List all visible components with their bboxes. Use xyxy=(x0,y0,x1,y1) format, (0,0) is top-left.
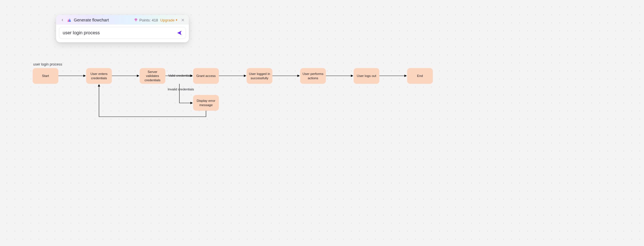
panel-title: Generate flowchart xyxy=(74,18,109,22)
upgrade-button[interactable]: Upgrade xyxy=(160,18,178,22)
upgrade-label: Upgrade xyxy=(160,18,175,22)
diagram-title: user login process xyxy=(33,62,62,66)
node-label: User enters credentials xyxy=(88,72,110,80)
back-button[interactable] xyxy=(60,17,65,23)
chevron-left-icon xyxy=(61,18,64,22)
node-label: Server validates credentials xyxy=(142,70,163,82)
points-label: Points: xyxy=(139,18,151,22)
node-start[interactable]: Start xyxy=(33,68,58,84)
panel-input-area xyxy=(56,25,189,42)
points-value: 418 xyxy=(152,18,158,22)
node-grant[interactable]: Grant access xyxy=(193,68,219,84)
node-validate[interactable]: Server validates credentials xyxy=(140,68,165,84)
close-icon xyxy=(181,18,185,22)
prompt-input-container xyxy=(59,27,186,39)
send-button[interactable] xyxy=(176,29,183,36)
app-logo-icon xyxy=(66,17,72,23)
prompt-input[interactable] xyxy=(63,30,176,35)
node-label: Display error message xyxy=(195,99,217,107)
node-enter[interactable]: User enters credentials xyxy=(86,68,112,84)
node-label: User logs out xyxy=(357,74,376,78)
node-loggedin[interactable]: User logged in successfully xyxy=(247,68,272,84)
generate-flowchart-panel: Generate flowchart Points: 418 Upgrade xyxy=(56,15,189,42)
node-label: User logged in successfully xyxy=(249,72,270,80)
node-label: Grant access xyxy=(196,74,216,78)
node-error[interactable]: Display error message xyxy=(193,95,219,111)
node-logout[interactable]: User logs out xyxy=(354,68,379,84)
close-button[interactable] xyxy=(180,17,185,23)
points-display: Points: 418 xyxy=(134,18,158,22)
node-label: End xyxy=(417,74,423,78)
edge-label-valid: Valid credentials xyxy=(168,74,192,77)
send-icon xyxy=(177,30,182,36)
node-actions[interactable]: User performs actions xyxy=(300,68,326,84)
edge-label-invalid: Invalid credentials xyxy=(168,88,194,91)
node-label: Start xyxy=(42,74,49,78)
panel-header: Generate flowchart Points: 418 Upgrade xyxy=(56,15,189,25)
bolt-icon xyxy=(175,18,178,22)
node-label: User performs actions xyxy=(302,72,324,80)
node-end[interactable]: End xyxy=(407,68,433,84)
gem-icon xyxy=(134,18,138,22)
